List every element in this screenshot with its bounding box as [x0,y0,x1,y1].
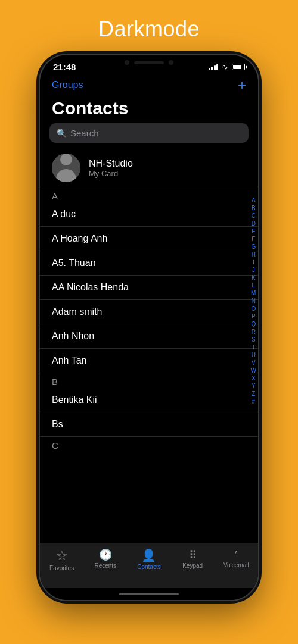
avatar-body [56,169,76,182]
alpha-c[interactable]: C [252,212,256,220]
alpha-p[interactable]: P [252,312,256,320]
my-card-info: NH-Studio My Card [89,158,133,178]
status-time: 21:48 [53,62,76,72]
tab-keypad[interactable]: ⠿ Keypad [175,548,210,569]
recents-icon: 🕐 [99,548,112,561]
list-item[interactable]: Bentika Kii [40,388,258,412]
search-icon: 🔍 [57,129,67,138]
search-input[interactable]: Search [70,128,99,138]
alpha-i[interactable]: I [253,258,254,266]
alpha-d[interactable]: D [252,220,256,227]
add-contact-button[interactable]: + [238,77,246,93]
nav-header: Groups + [40,74,258,97]
page-title: Darkmode [98,17,200,42]
alpha-y[interactable]: Y [252,382,256,390]
contacts-label: Contacts [137,564,160,570]
favorites-icon: ☆ [56,548,68,564]
avatar [52,154,80,182]
tab-voicemail[interactable]: ⎖ Voicemail [218,548,254,568]
favorites-label: Favorites [49,565,74,571]
section-header-c: C [40,437,258,452]
contacts-scroll[interactable]: NH-Studio My Card A A duc A Hoang Anh A5… [40,149,258,543]
signal-bar-3 [214,65,216,70]
list-item[interactable]: A duc [40,202,258,227]
list-item[interactable]: Anh Tan [40,349,258,373]
alpha-k[interactable]: K [252,274,256,282]
alpha-e[interactable]: E [252,227,256,235]
avatar-silhouette [52,154,80,182]
alpha-g[interactable]: G [251,243,256,251]
list-item[interactable]: AA Nicolas Henda [40,276,258,300]
tab-contacts[interactable]: 👤 Contacts [131,548,167,570]
phone-frame: 21:48 ∿ Groups + [39,54,259,601]
notch [110,55,188,70]
contacts-heading: Contacts [40,97,258,123]
alpha-t[interactable]: T [252,343,255,351]
contacts-icon: 👤 [141,548,156,562]
groups-button[interactable]: Groups [52,80,83,90]
notch-speaker [134,61,164,64]
home-bar [119,593,179,595]
status-icons: ∿ [209,62,246,71]
notch-dot-right [169,60,173,65]
list-item[interactable]: Adam smith [40,300,258,324]
section-header-b: B [40,373,258,388]
voicemail-icon: ⎖ [233,548,240,561]
alpha-j[interactable]: J [252,266,255,274]
alpha-f[interactable]: F [252,235,255,243]
alpha-u[interactable]: U [252,351,256,359]
signal-bars [209,64,219,70]
list-item[interactable]: A Hoang Anh [40,227,258,251]
alpha-hash[interactable]: # [252,398,255,405]
home-indicator [40,588,258,600]
list-item[interactable]: Bs [40,412,258,437]
alpha-l[interactable]: L [252,282,255,289]
tab-recents[interactable]: 🕐 Recents [88,548,123,569]
notch-dot-left [125,60,129,65]
alpha-n[interactable]: N [252,297,256,305]
alpha-q[interactable]: Q [251,320,256,328]
signal-bar-4 [216,64,218,70]
alpha-h[interactable]: H [252,251,256,258]
tab-favorites[interactable]: ☆ Favorites [44,548,80,571]
alpha-z[interactable]: Z [252,390,255,398]
battery-icon [232,64,245,70]
list-item[interactable]: Anh Nhon [40,324,258,349]
signal-bar-2 [211,67,213,70]
battery-fill [233,65,241,69]
voicemail-label: Voicemail [224,562,249,568]
list-item[interactable]: A5. Thuan [40,251,258,276]
tab-bar: ☆ Favorites 🕐 Recents 👤 Contacts ⠿ Keypa… [40,543,258,588]
alpha-x[interactable]: X [252,374,256,382]
alpha-m[interactable]: M [251,289,256,297]
alpha-a[interactable]: A [252,196,256,204]
my-card-subtitle: My Card [89,169,133,178]
section-header-a: A [40,187,258,202]
alpha-v[interactable]: V [252,359,256,367]
alphabet-index[interactable]: A B C D E F G H I J K L M N O P Q [251,196,256,405]
wifi-icon: ∿ [222,62,228,71]
phone-screen: 21:48 ∿ Groups + [40,55,258,600]
phone-wrapper: 21:48 ∿ Groups + [39,54,259,601]
keypad-icon: ⠿ [189,548,197,561]
alpha-s[interactable]: S [252,336,256,343]
my-card-name: NH-Studio [89,158,133,169]
search-bar[interactable]: 🔍 Search [49,123,249,143]
my-card-row[interactable]: NH-Studio My Card [40,149,258,187]
alpha-b[interactable]: B [252,204,256,212]
alpha-r[interactable]: R [252,328,256,336]
alpha-w[interactable]: W [251,367,256,374]
keypad-label: Keypad [182,562,203,569]
recents-label: Recents [94,562,116,569]
signal-bar-1 [209,68,210,70]
contacts-page-title: Contacts [52,98,128,118]
alpha-o[interactable]: O [251,305,256,312]
